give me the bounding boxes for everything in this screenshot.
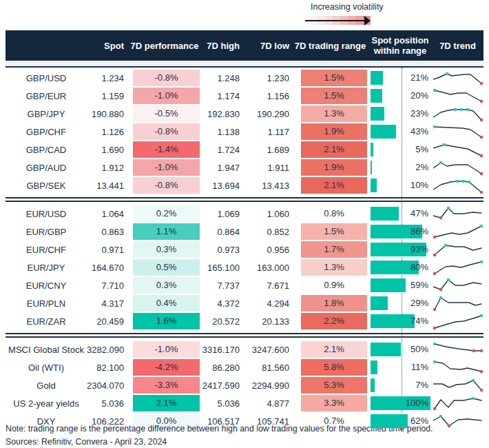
table-row: EUR/PLN 4.317 0.4% 4.372 4.294 1.8% 29% [6,294,483,312]
trading-range-cell: 3.3% [292,395,368,411]
volatility-legend: Increasing volatility [305,2,388,26]
performance-value: -3.3% [133,377,200,394]
position-bar [371,278,406,292]
low-value: 4.877 [242,398,292,409]
header-7d-trend: 7D trend [432,39,483,52]
high-value: 165.100 [201,263,242,273]
trading-range-value: 1.3% [301,259,367,276]
trading-range-value: 1.8% [301,295,367,312]
spot-value: 2304.070 [87,380,128,391]
sparkline-svg [433,70,483,86]
spot-value: 1.159 [87,91,128,101]
performance-cell: -4.2% [128,359,201,376]
high-value: 20.572 [201,316,242,327]
spot-value: 13.441 [87,181,128,191]
trend-sparkline [432,376,483,394]
trading-range-value: 1.9% [301,159,367,176]
performance-value: 1.6% [133,313,200,329]
table-row: GBP/AUD 1.912 -1.0% 1.947 1.911 1.9% 2% [6,159,483,176]
instrument-label: GBP/AUD [6,163,87,173]
low-value: 0.852 [242,227,292,237]
spot-value: 3282.090 [87,345,128,355]
low-value: 163.000 [242,263,292,273]
position-percent: 62% [410,412,428,430]
performance-value: 0.3% [133,277,200,294]
spot-value: 1.064 [87,209,128,219]
performance-value: -0.8% [133,70,200,86]
table-header: Spot 7D performance 7D high 7D low 7D tr… [6,30,483,61]
spot-position-cell: 29% [368,294,432,312]
performance-cell: 0.3% [128,241,201,258]
spot-value: 5.036 [87,398,128,409]
sparkline-svg [433,359,483,376]
position-bar [371,125,396,139]
spot-position-cell: 62% [368,412,432,430]
low-value: 1.230 [242,73,292,83]
performance-value: -4.2% [133,359,200,376]
instrument-label: Oil (WTI) [6,363,87,373]
sparkline-svg [433,313,483,329]
spot-value: 0.863 [87,227,128,237]
table-row: MSCI Global Stock 3282.090 -1.0% 3316.17… [6,340,483,358]
high-value: 4.372 [201,298,242,309]
instrument-label: EUR/CNY [6,281,87,291]
header-7d-performance: 7D performance [128,39,201,52]
low-value: 20.133 [242,316,292,327]
low-value: 4.294 [242,298,292,309]
spot-position-cell: 2% [368,159,432,176]
table-row: EUR/ZAR 20.459 1.6% 20.572 20.133 2.2% 7… [6,312,483,330]
performance-value: -0.8% [133,123,200,140]
high-value: 0.864 [201,227,242,237]
trend-sparkline [432,105,483,123]
spot-value: 20.459 [87,316,128,327]
spot-position-cell: 80% [368,258,432,276]
position-bar [371,343,401,356]
trading-range-cell: 2.1% [292,141,368,158]
performance-value: -1.0% [133,159,200,176]
trading-range-cell: 1.5% [292,88,368,104]
instrument-label: EUR/ZAR [6,316,87,327]
sparkline-svg [433,159,483,176]
trading-range-value: 0.9% [301,277,367,294]
trading-range-value: 1.5% [301,70,367,86]
table-section: EUR/USD 1.064 0.2% 1.069 1.060 0.8% 47% … [6,203,483,332]
trading-range-value: 1.5% [301,88,367,104]
table-row: EUR/GBP 0.863 1.1% 0.864 0.852 1.5% 86% [6,223,483,241]
instrument-label: GBP/CHF [6,127,87,137]
table-row: US 2-year yields 5.036 2.1% 5.036 4.877 … [6,394,483,412]
trading-range-cell: 1.3% [292,105,368,122]
position-percent: 100% [406,394,428,412]
position-percent: 47% [410,205,428,223]
low-value: 1.156 [242,91,292,101]
performance-value: -1.0% [133,341,200,358]
spot-value: 190.880 [87,109,128,119]
spot-position-cell: 74% [368,312,432,330]
performance-cell: -0.8% [128,177,201,194]
spot-position-cell: 47% [368,205,432,223]
header-7d-low: 7D low [242,39,292,52]
position-bar [371,179,377,192]
trading-range-cell: 1.5% [292,223,368,240]
performance-cell: -0.5% [128,105,201,122]
trend-sparkline [432,141,483,159]
table-row: GBP/CHF 1.126 -0.8% 1.138 1.117 1.9% 43% [6,123,483,141]
spot-value: 164.670 [87,263,128,273]
performance-cell: -1.0% [128,88,201,104]
instrument-label: EUR/CHF [6,245,87,255]
volatility-arrow-head-icon [364,16,371,26]
position-percent: 93% [410,241,428,258]
trading-range-cell: 0.9% [292,277,368,294]
instrument-label: EUR/USD [6,209,87,219]
position-percent: 11% [411,358,428,376]
instrument-label: GBP/USD [6,73,87,83]
instrument-label: GBP/CAD [6,145,87,155]
performance-value: -0.8% [133,177,200,194]
sparkline-svg [433,88,483,104]
high-value: 3316.170 [201,345,242,355]
sparkline-svg [433,259,483,276]
high-value: 0.973 [201,245,242,255]
spot-position-cell: 100% [368,394,432,412]
trend-sparkline [432,258,483,276]
high-value: 5.036 [201,398,242,409]
performance-value: 2.1% [133,395,200,411]
